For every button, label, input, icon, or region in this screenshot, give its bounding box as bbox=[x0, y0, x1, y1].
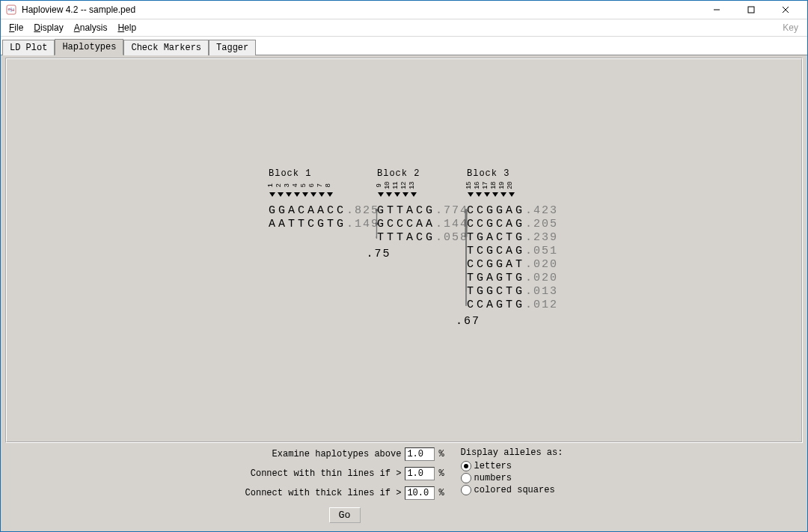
block-label: Block 2 bbox=[377, 168, 420, 179]
examine-label: Examine haplotypes above bbox=[272, 449, 402, 459]
haplotype-freq: .058 bbox=[435, 231, 468, 244]
thick-label: Connect with thick lines if > bbox=[245, 488, 402, 498]
marker-row: 151617181920 bbox=[467, 180, 515, 197]
marker-row: 910111213 bbox=[377, 180, 417, 197]
menu-display[interactable]: Display bbox=[28, 21, 68, 34]
haplotype-row[interactable]: GTTACG bbox=[377, 204, 435, 217]
percent-sign: % bbox=[438, 449, 444, 459]
haplotype-freq: .205 bbox=[525, 218, 558, 230]
window-buttons bbox=[700, 1, 803, 19]
haplotype-freq: .144 bbox=[435, 218, 468, 230]
haplotype-row[interactable]: CCGCAG bbox=[467, 218, 525, 230]
haplotype-freq: .239 bbox=[525, 231, 558, 244]
haplotype-freq: .020 bbox=[525, 258, 558, 271]
tab-check-markers[interactable]: Check Markers bbox=[123, 40, 209, 55]
menu-file[interactable]: File bbox=[4, 21, 28, 34]
radio-icon bbox=[461, 473, 471, 483]
display-alleles-label: Display alleles as: bbox=[461, 447, 563, 458]
examine-input[interactable] bbox=[405, 447, 435, 461]
thin-label: Connect with thin lines if > bbox=[251, 468, 402, 479]
haplotype-freq: .013 bbox=[525, 285, 558, 298]
haplotype-freq: .020 bbox=[525, 272, 558, 284]
controls: Examine haplotypes above % Connect with … bbox=[5, 446, 803, 528]
app-window: Haploview 4.2 -- sample.ped File Display… bbox=[0, 0, 808, 532]
haplotype-freq: .423 bbox=[525, 204, 558, 217]
multiallelic-dprime: .67 bbox=[456, 315, 480, 328]
haplotype-plot[interactable]: Block 112345678GGACAACC.825AATTCGTG.149B… bbox=[5, 58, 803, 443]
close-button[interactable] bbox=[768, 1, 803, 19]
panel: Block 112345678GGACAACC.825AATTCGTG.149B… bbox=[1, 55, 807, 531]
block-label: Block 1 bbox=[269, 168, 311, 179]
connector-lines bbox=[7, 59, 801, 441]
tab-strip: LD Plot Haplotypes Check Markers Tagger bbox=[1, 38, 807, 55]
window-title: Haploview 4.2 -- sample.ped bbox=[22, 4, 135, 15]
menu-analysis[interactable]: Analysis bbox=[69, 21, 113, 34]
haplotype-row[interactable]: AATTCGTG bbox=[269, 218, 346, 230]
haplotype-row[interactable]: GCCCAA bbox=[377, 218, 435, 230]
haplotype-row[interactable]: TGAGTG bbox=[467, 272, 525, 284]
haplotype-row[interactable]: TCGCAG bbox=[467, 245, 525, 257]
haplotype-row[interactable]: TGGCTG bbox=[467, 285, 525, 298]
haplotype-freq: .012 bbox=[525, 299, 558, 311]
radio-icon bbox=[461, 485, 471, 495]
haplotype-freq: .149 bbox=[346, 218, 379, 230]
haplotype-row[interactable]: CCGGAT bbox=[467, 258, 525, 271]
marker-row: 12345678 bbox=[269, 180, 334, 197]
menubar: File Display Analysis Help Key bbox=[1, 19, 807, 37]
haplotype-row[interactable]: CCAGTG bbox=[467, 299, 525, 311]
svg-rect-2 bbox=[748, 7, 754, 13]
thick-input[interactable] bbox=[405, 486, 435, 500]
radio-numbers[interactable]: numbers bbox=[461, 473, 512, 483]
block-label: Block 3 bbox=[467, 168, 509, 179]
minimize-button[interactable] bbox=[700, 1, 734, 19]
haplotype-freq: .774 bbox=[435, 204, 468, 217]
radio-colored-squares[interactable]: colored squares bbox=[461, 485, 555, 495]
radio-letters[interactable]: letters bbox=[461, 461, 512, 471]
tab-tagger[interactable]: Tagger bbox=[209, 40, 256, 55]
haplotype-freq: .051 bbox=[525, 245, 558, 257]
haplotype-row[interactable]: GGACAACC bbox=[269, 204, 346, 217]
tab-haplotypes[interactable]: Haplotypes bbox=[55, 39, 123, 55]
maximize-button[interactable] bbox=[734, 1, 768, 19]
haplotype-freq: .825 bbox=[346, 204, 379, 217]
radio-icon bbox=[461, 461, 471, 471]
haplotype-row[interactable]: TTTACG bbox=[377, 231, 435, 244]
haplotype-row[interactable]: CCGGAG bbox=[467, 204, 525, 217]
thin-input[interactable] bbox=[405, 467, 435, 480]
tab-ldplot[interactable]: LD Plot bbox=[2, 40, 55, 55]
menu-key[interactable]: Key bbox=[777, 21, 804, 34]
multiallelic-dprime: .75 bbox=[367, 248, 391, 260]
menu-help[interactable]: Help bbox=[112, 21, 141, 34]
go-button[interactable]: Go bbox=[329, 507, 361, 523]
titlebar: Haploview 4.2 -- sample.ped bbox=[1, 1, 807, 19]
app-icon bbox=[5, 4, 17, 16]
haplotype-row[interactable]: TGACTG bbox=[467, 231, 525, 244]
